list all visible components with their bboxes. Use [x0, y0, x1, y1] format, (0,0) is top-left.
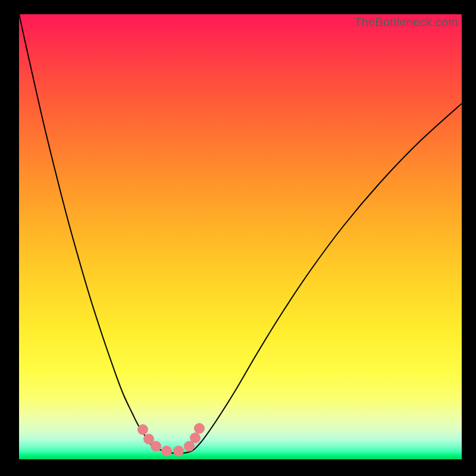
marker-dot	[190, 433, 201, 443]
marker-dot	[173, 446, 184, 456]
marker-dot	[194, 423, 205, 434]
marker-dot	[137, 424, 148, 435]
marker-group	[137, 423, 205, 456]
curve-path	[19, 14, 462, 453]
marker-dot	[151, 441, 161, 452]
marker-dot	[161, 446, 172, 456]
curve-svg	[19, 14, 462, 459]
watermark-text: TheBottleneck.com	[354, 15, 458, 29]
plot-area: TheBottleneck.com	[19, 14, 462, 459]
chart-frame: TheBottleneck.com	[0, 0, 476, 476]
